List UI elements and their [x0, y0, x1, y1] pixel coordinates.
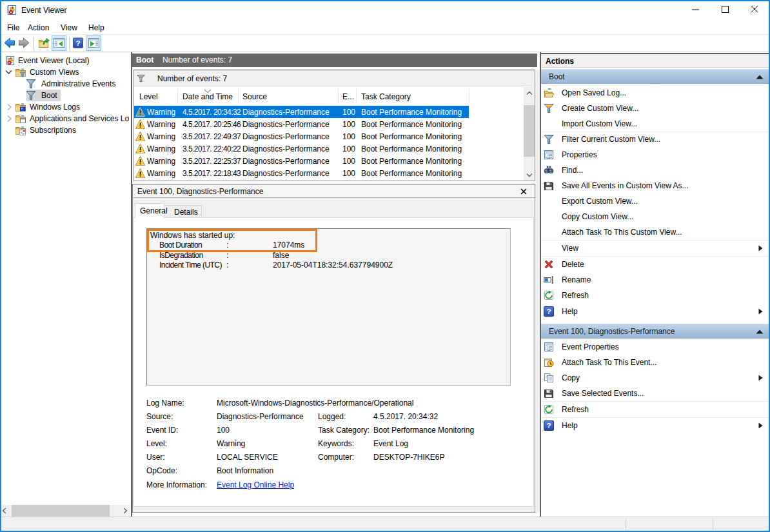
- svg-text:?: ?: [75, 39, 80, 47]
